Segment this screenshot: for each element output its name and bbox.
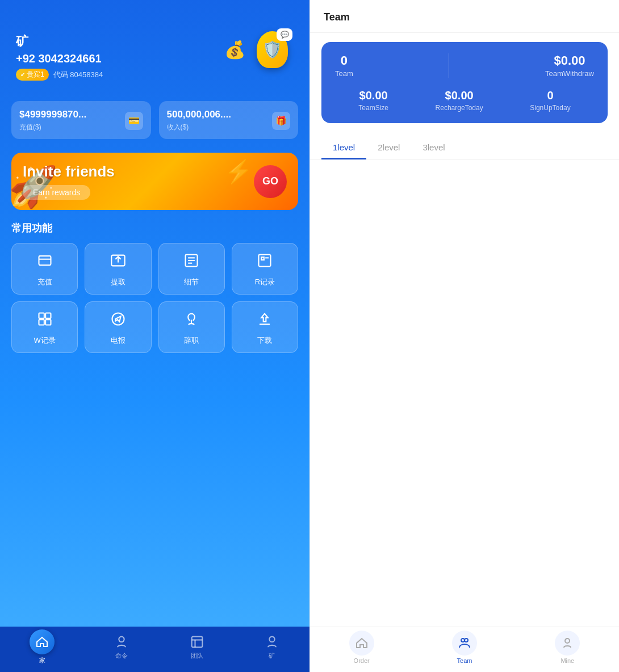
- left-panel: 矿 +92 3042324661 贵宾1 代码 80458384 💰 💬: [0, 0, 310, 672]
- command-nav-icon: [114, 634, 129, 650]
- code-text: 代码 80458384: [53, 70, 103, 80]
- telegram-func-icon: [110, 311, 126, 331]
- svg-rect-10: [39, 313, 44, 318]
- svg-point-17: [119, 637, 124, 642]
- function-rrecord[interactable]: R记录: [232, 243, 298, 295]
- resign-func-icon: [183, 311, 199, 331]
- function-withdraw-label: 提取: [111, 277, 126, 287]
- team-card-bottom: $0.00 TeamSize $0.00 RechargeToday 0 Sig…: [335, 89, 594, 112]
- mine-label: 矿: [16, 33, 103, 50]
- team-stat-team: 0 Team: [335, 53, 353, 78]
- functions-grid-row1: 充值 提取 细节 R记录: [11, 243, 298, 295]
- svg-point-23: [465, 639, 468, 642]
- phone-number: +92 3042324661: [16, 52, 103, 65]
- function-rrecord-label: R记录: [255, 277, 275, 287]
- team-card: 0 Team $0.00 TeamWithdraw $0.00 TeamSize…: [321, 42, 608, 123]
- mine-nav-icon: [264, 634, 280, 650]
- function-telegram-label: 电报: [111, 335, 126, 346]
- balance-card-recharge[interactable]: $4999999870... 充值($) 💳: [11, 101, 151, 139]
- svg-point-14: [112, 313, 124, 325]
- function-wrecord-label: W记录: [34, 335, 55, 346]
- mine-nav-icon-right: [555, 631, 580, 656]
- svg-point-24: [565, 639, 570, 643]
- balance-card-income[interactable]: 500,000,006.... 收入($) 🎁: [159, 101, 299, 139]
- signup-today-value: 0: [547, 89, 553, 102]
- bottom-nav-right: Order Team Mine: [310, 627, 619, 672]
- function-recharge[interactable]: 充值: [11, 243, 78, 295]
- team-card-top: 0 Team $0.00 TeamWithdraw: [335, 53, 594, 78]
- recharge-label: 充值($): [19, 123, 86, 132]
- team-label: Team: [335, 69, 353, 78]
- nav-label-home: 家: [39, 656, 45, 665]
- team-nav-icon-left: [189, 634, 205, 650]
- recharge-today-value: $0.00: [445, 89, 474, 102]
- nav-item-mine-left[interactable]: 矿: [264, 634, 280, 660]
- svg-point-21: [269, 637, 274, 642]
- bottom-nav-left: 家 命令 团队 矿: [0, 627, 310, 672]
- header-illustration: 💰 💬: [220, 28, 294, 85]
- signup-today-label: SignUpToday: [530, 104, 570, 112]
- code-row: 贵宾1 代码 80458384: [16, 69, 103, 81]
- withdraw-label: TeamWithdraw: [545, 69, 594, 78]
- team-value: 0: [341, 53, 348, 68]
- recharge-icon: 💳: [125, 112, 143, 130]
- coin-icon: 💰: [224, 40, 245, 60]
- nav-item-command[interactable]: 命令: [114, 634, 129, 660]
- function-telegram[interactable]: 电报: [85, 301, 151, 353]
- invite-banner[interactable]: 🚀 Invite friends Earn rewards ⚡ GO: [11, 153, 298, 210]
- function-detail[interactable]: 细节: [158, 243, 225, 295]
- svg-rect-0: [39, 256, 51, 265]
- nav-label-order: Order: [354, 657, 370, 664]
- tab-2level[interactable]: 2level: [366, 137, 411, 159]
- svg-marker-15: [262, 314, 269, 322]
- earn-rewards-button[interactable]: Earn rewards: [23, 185, 90, 200]
- function-resign-label: 辞职: [184, 335, 199, 346]
- invite-title: Invite friends: [23, 163, 115, 180]
- stat-signup-today: 0 SignUpToday: [530, 89, 570, 112]
- nav-label-team-left: 团队: [191, 652, 203, 660]
- order-nav-icon: [349, 631, 374, 656]
- function-recharge-label: 充值: [37, 277, 52, 287]
- recharge-func-icon: [37, 253, 53, 272]
- functions-grid-row2: W记录 电报 辞职 下载: [11, 301, 298, 353]
- function-download-label: 下载: [257, 335, 272, 346]
- nav-item-home[interactable]: 家: [30, 629, 55, 665]
- function-wrecord[interactable]: W记录: [11, 301, 78, 353]
- svg-rect-18: [191, 637, 202, 648]
- nav-item-order[interactable]: Order: [349, 631, 374, 664]
- nav-item-team-right[interactable]: Team: [452, 631, 477, 664]
- header-left: 矿 +92 3042324661 贵宾1 代码 80458384: [16, 33, 103, 81]
- team-nav-icon-right: [452, 631, 477, 656]
- function-download[interactable]: 下载: [232, 301, 298, 353]
- nav-label-mine-left: 矿: [269, 652, 275, 660]
- header: 矿 +92 3042324661 贵宾1 代码 80458384 💰 💬: [0, 0, 310, 96]
- detail-func-icon: [183, 253, 199, 272]
- wrecord-func-icon: [37, 311, 53, 331]
- income-label: 收入($): [167, 123, 231, 132]
- team-content: [310, 159, 619, 627]
- svg-rect-8: [259, 255, 271, 267]
- team-size-label: TeamSize: [358, 104, 388, 112]
- functions-section: 常用功能 充值 提取 细节: [0, 221, 310, 360]
- income-amount: 500,000,006....: [167, 109, 231, 120]
- rrecord-func-icon: [257, 253, 273, 272]
- function-resign[interactable]: 辞职: [158, 301, 225, 353]
- nav-item-team-left[interactable]: 团队: [189, 634, 205, 660]
- stat-recharge-today: $0.00 RechargeToday: [436, 89, 483, 112]
- decor-icon: ⚡: [224, 158, 253, 185]
- home-nav-icon: [30, 629, 55, 654]
- nav-label-mine-right: Mine: [561, 657, 574, 664]
- tab-3level[interactable]: 3level: [411, 137, 456, 159]
- nav-item-mine-right[interactable]: Mine: [555, 631, 580, 664]
- team-size-value: $0.00: [359, 89, 388, 102]
- invite-left: Invite friends Earn rewards: [23, 163, 115, 200]
- download-func-icon: [257, 311, 273, 331]
- go-button[interactable]: GO: [254, 165, 287, 198]
- right-panel: Team 0 Team $0.00 TeamWithdraw $0.00 Tea…: [310, 0, 619, 672]
- recharge-amount: $4999999870...: [19, 109, 86, 120]
- tab-1level[interactable]: 1level: [321, 137, 366, 159]
- balance-row: $4999999870... 充值($) 💳 500,000,006.... 收…: [0, 96, 310, 148]
- team-stat-withdraw: $0.00 TeamWithdraw: [545, 53, 594, 78]
- chat-icon: 💬: [277, 28, 292, 41]
- function-withdraw[interactable]: 提取: [85, 243, 151, 295]
